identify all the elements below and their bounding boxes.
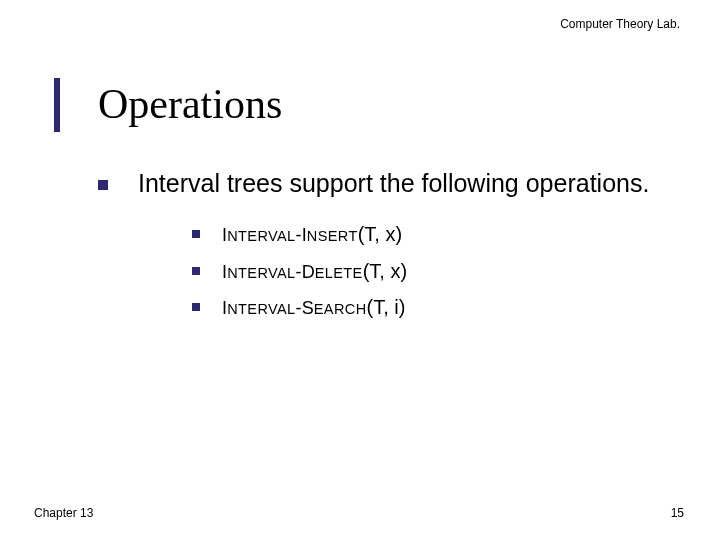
square-bullet-icon xyxy=(192,303,200,311)
operations-list: INTERVAL-INSERT(T, x) INTERVAL-DELETE(T,… xyxy=(192,221,690,320)
list-item: INTERVAL-INSERT(T, x) xyxy=(192,221,690,247)
operation-label: INTERVAL-DELETE(T, x) xyxy=(222,258,407,284)
list-item: Interval trees support the following ope… xyxy=(98,168,690,199)
header-lab-label: Computer Theory Lab. xyxy=(560,17,680,31)
square-bullet-icon xyxy=(98,180,108,190)
intro-text: Interval trees support the following ope… xyxy=(138,168,649,199)
slide-title: Operations xyxy=(98,80,282,128)
square-bullet-icon xyxy=(192,267,200,275)
footer-chapter: Chapter 13 xyxy=(34,506,93,520)
operation-label: INTERVAL-INSERT(T, x) xyxy=(222,221,402,247)
operation-label: INTERVAL-SEARCH(T, i) xyxy=(222,294,405,320)
list-item: INTERVAL-SEARCH(T, i) xyxy=(192,294,690,320)
title-accent-bar xyxy=(54,78,60,132)
slide: Computer Theory Lab. Operations Interval… xyxy=(0,0,720,540)
body-area: Interval trees support the following ope… xyxy=(98,168,690,330)
title-area: Operations xyxy=(0,78,720,134)
footer-page-number: 15 xyxy=(671,506,684,520)
square-bullet-icon xyxy=(192,230,200,238)
list-item: INTERVAL-DELETE(T, x) xyxy=(192,258,690,284)
